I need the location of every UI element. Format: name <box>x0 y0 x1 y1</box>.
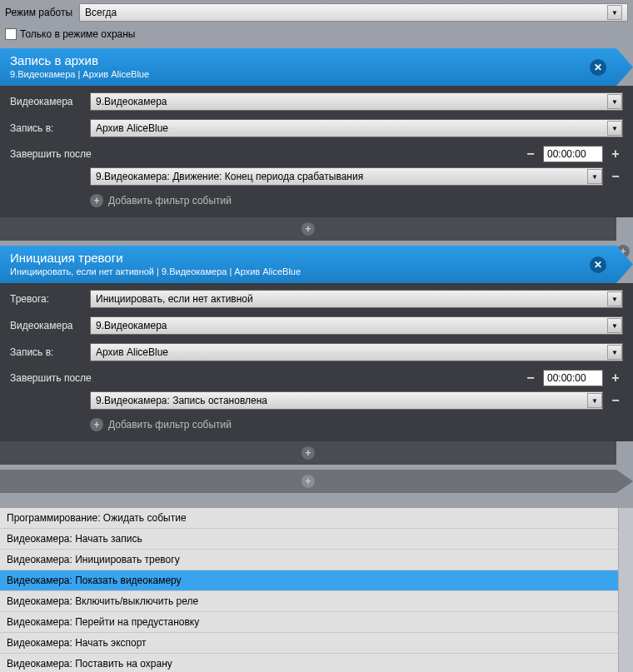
record-label: Запись в: <box>10 122 87 134</box>
filter-value: 9.Видеокамера: Движение: Конец периода с… <box>96 171 363 182</box>
action-list-item[interactable]: Видеокамера: Инициировать тревогу <box>0 550 618 570</box>
add-block-bar[interactable]: + <box>0 470 616 493</box>
block2-header[interactable]: Инициация тревоги Инициировать, если нет… <box>0 246 616 283</box>
ribbon-point <box>616 246 633 283</box>
record-select[interactable]: Архив AliceBlue ▼ <box>90 343 623 361</box>
add-filter-button[interactable]: + Добавить фильтр событий <box>90 191 623 211</box>
camera-select[interactable]: 9.Видеокамера ▼ <box>90 316 623 335</box>
plus-icon: + <box>302 475 315 488</box>
remove-filter-button[interactable]: − <box>608 169 623 184</box>
action-list-item[interactable]: Видеокамера: Начать запись <box>0 529 618 550</box>
filter-value: 9.Видеокамера: Запись остановлена <box>96 395 267 406</box>
action-list-item[interactable]: Видеокамера: Перейти на предустановку <box>0 612 618 633</box>
action-list-item[interactable]: Видеокамера: Показать видеокамеру <box>0 570 618 591</box>
add-filter-label: Добавить фильтр событий <box>108 419 232 431</box>
ribbon-point <box>616 48 633 86</box>
chevron-down-icon: ▼ <box>587 393 602 408</box>
plus-icon: + <box>90 418 103 431</box>
add-filter-label: Добавить фильтр событий <box>108 195 232 207</box>
time-value: 00:00:00 <box>547 148 586 160</box>
block2-title: Инициация тревоги <box>10 251 606 265</box>
add-action-bar[interactable]: + <box>0 441 616 465</box>
action-list-item[interactable]: Видеокамера: Поставить на охрану <box>0 654 618 672</box>
block2-subtitle: Инициировать, если нет активной | 9.Виде… <box>10 266 606 276</box>
chevron-down-icon: ▼ <box>607 94 622 109</box>
mode-value: Всегда <box>85 7 117 18</box>
event-filter-select[interactable]: 9.Видеокамера: Движение: Конец периода с… <box>90 167 603 186</box>
add-action-bar[interactable]: + <box>0 217 616 241</box>
event-filter-select[interactable]: 9.Видеокамера: Запись остановлена ▼ <box>90 391 603 410</box>
action-list-item[interactable]: Видеокамера: Начать экспорт <box>0 633 618 654</box>
chevron-down-icon: ▼ <box>607 121 622 136</box>
chevron-down-icon: ▼ <box>607 345 622 360</box>
finish-label: Завершить после <box>10 372 518 384</box>
chevron-down-icon: ▼ <box>607 5 622 20</box>
camera-label: Видеокамера <box>10 96 87 107</box>
alarm-select[interactable]: Инициировать, если нет активной ▼ <box>90 290 623 308</box>
action-list: Программирование: Ожидать событиеВидеока… <box>0 508 618 672</box>
finish-label: Завершить после <box>10 148 518 160</box>
chevron-down-icon: ▼ <box>607 291 622 306</box>
ribbon-point <box>616 470 633 493</box>
close-icon[interactable]: ✕ <box>590 256 606 273</box>
block2-panel: Тревога: Инициировать, если нет активной… <box>0 283 633 441</box>
block1-header[interactable]: Запись в архив 9.Видеокамера | Архив Ali… <box>0 48 616 86</box>
action-list-item[interactable]: Программирование: Ожидать событие <box>0 508 618 529</box>
block1-title: Запись в архив <box>10 53 606 67</box>
chevron-down-icon: ▼ <box>607 318 622 333</box>
camera-value: 9.Видеокамера <box>96 96 167 107</box>
mode-label: Режим работы <box>5 7 72 18</box>
camera-label: Видеокамера <box>10 320 87 331</box>
time-input[interactable]: 00:00:00 <box>543 146 603 162</box>
scrollbar[interactable] <box>618 508 633 672</box>
record-select[interactable]: Архив AliceBlue ▼ <box>90 119 623 137</box>
plus-icon: + <box>302 446 315 460</box>
record-value: Архив AliceBlue <box>96 122 168 134</box>
remove-filter-button[interactable]: − <box>608 393 623 408</box>
mode-select[interactable]: Всегда ▼ <box>79 3 628 22</box>
block1-panel: Видеокамера 9.Видеокамера ▼ Запись в: Ар… <box>0 86 633 217</box>
time-value: 00:00:00 <box>547 372 586 384</box>
minus-button[interactable]: − <box>523 371 538 386</box>
record-label: Запись в: <box>10 346 87 358</box>
plus-button[interactable]: + <box>608 371 623 386</box>
alarm-value: Инициировать, если нет активной <box>96 293 253 305</box>
guard-only-checkbox[interactable] <box>5 28 17 40</box>
chevron-down-icon: ▼ <box>587 169 602 184</box>
minus-button[interactable]: − <box>523 147 538 162</box>
block1-subtitle: 9.Видеокамера | Архив AliceBlue <box>10 69 606 79</box>
close-icon[interactable]: ✕ <box>590 59 606 76</box>
add-filter-button[interactable]: + Добавить фильтр событий <box>90 415 623 435</box>
camera-value: 9.Видеокамера <box>96 320 167 331</box>
alarm-label: Тревога: <box>10 293 87 305</box>
plus-icon: + <box>302 222 315 236</box>
camera-select[interactable]: 9.Видеокамера ▼ <box>90 92 623 111</box>
action-list-item[interactable]: Видеокамера: Включить/выключить реле <box>0 591 618 612</box>
plus-button[interactable]: + <box>608 147 623 162</box>
record-value: Архив AliceBlue <box>96 346 168 358</box>
plus-icon: + <box>90 194 103 207</box>
time-input[interactable]: 00:00:00 <box>543 370 603 386</box>
guard-only-label: Только в режиме охраны <box>20 28 136 40</box>
